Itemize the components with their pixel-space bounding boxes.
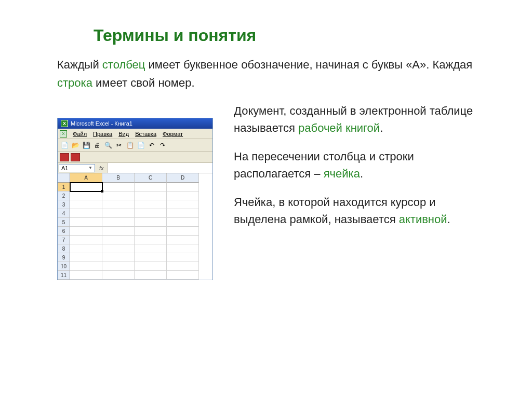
- intro-paragraph: Каждый столбец имеет буквенное обозначен…: [57, 56, 475, 92]
- cell[interactable]: [102, 262, 135, 271]
- undo-icon[interactable]: ↶: [147, 141, 156, 150]
- cell[interactable]: [102, 271, 135, 280]
- col-header-b[interactable]: B: [102, 173, 135, 183]
- cell[interactable]: [167, 218, 199, 227]
- cell[interactable]: [70, 209, 102, 218]
- intro-text-2: имеет буквенное обозначение, начиная с б…: [145, 58, 472, 71]
- cell[interactable]: [102, 191, 135, 200]
- save-icon[interactable]: 💾: [82, 141, 91, 150]
- cell[interactable]: [102, 253, 135, 262]
- cell[interactable]: [135, 218, 167, 227]
- p2-text-2: .: [360, 167, 363, 180]
- row-header-8[interactable]: 8: [58, 244, 70, 253]
- cell[interactable]: [70, 244, 102, 253]
- cell[interactable]: [167, 227, 199, 236]
- cell[interactable]: [70, 227, 102, 236]
- preview-icon[interactable]: 🔍: [103, 141, 113, 150]
- cell[interactable]: [70, 191, 102, 200]
- cell[interactable]: [102, 218, 135, 227]
- pdf-icon-2[interactable]: [71, 153, 80, 161]
- cell[interactable]: [102, 200, 135, 209]
- cell[interactable]: [135, 191, 167, 200]
- menu-format[interactable]: Формат: [160, 130, 185, 138]
- cell[interactable]: [102, 244, 135, 253]
- excel-formula-row: A1 ▼ fx: [58, 163, 212, 173]
- cell[interactable]: [70, 236, 102, 244]
- p1-text-2: .: [380, 121, 383, 134]
- cell[interactable]: [70, 271, 102, 280]
- select-all-corner[interactable]: [58, 173, 70, 183]
- menu-view[interactable]: Вид: [116, 130, 131, 138]
- cell[interactable]: [167, 244, 199, 253]
- cell[interactable]: [167, 236, 199, 244]
- new-icon[interactable]: 📄: [60, 141, 69, 150]
- row-header-4[interactable]: 4: [58, 209, 70, 218]
- col-header-d[interactable]: D: [167, 173, 199, 183]
- cell[interactable]: [135, 271, 167, 280]
- excel-toolbar2: [58, 152, 212, 163]
- cell[interactable]: [167, 253, 199, 262]
- open-icon[interactable]: 📂: [71, 141, 80, 150]
- cell[interactable]: [167, 183, 199, 191]
- menu-file[interactable]: Файл: [70, 130, 89, 138]
- redo-icon[interactable]: ↷: [158, 141, 167, 150]
- paste-icon[interactable]: 📄: [136, 141, 145, 150]
- cell[interactable]: [102, 209, 135, 218]
- cell[interactable]: [135, 183, 167, 191]
- pdf-icon[interactable]: [60, 153, 69, 161]
- row-header-11[interactable]: 11: [58, 271, 70, 280]
- dropdown-icon: ▼: [88, 166, 92, 170]
- cell[interactable]: [135, 236, 167, 244]
- p3-highlight-active: активной: [399, 213, 447, 226]
- cell[interactable]: [70, 218, 102, 227]
- row-header-9[interactable]: 9: [58, 253, 70, 262]
- cell[interactable]: [70, 262, 102, 271]
- cell[interactable]: [102, 183, 135, 191]
- cell[interactable]: [167, 262, 199, 271]
- row-header-10[interactable]: 10: [58, 262, 70, 271]
- row-header-3[interactable]: 3: [58, 200, 70, 209]
- cell[interactable]: [167, 191, 199, 200]
- cell[interactable]: [167, 209, 199, 218]
- excel-doc-icon: X: [60, 130, 67, 138]
- intro-highlight-row: строка: [57, 76, 92, 89]
- cell[interactable]: [135, 253, 167, 262]
- cut-icon[interactable]: ✂: [114, 141, 124, 150]
- p2-highlight-cell: ячейка: [324, 167, 360, 180]
- row-header-2[interactable]: 2: [58, 191, 70, 200]
- excel-toolbar: 📄 📂 💾 🖨 🔍 ✂ 📋 📄 ↶ ↷: [58, 139, 212, 152]
- row-header-5[interactable]: 5: [58, 218, 70, 227]
- cell[interactable]: [70, 253, 102, 262]
- menu-edit[interactable]: Правка: [90, 130, 115, 138]
- cell[interactable]: [135, 227, 167, 236]
- col-header-c[interactable]: C: [135, 173, 167, 183]
- col-header-a[interactable]: A: [70, 173, 102, 183]
- cell[interactable]: [167, 200, 199, 209]
- cell[interactable]: [135, 262, 167, 271]
- formula-bar[interactable]: [107, 163, 212, 173]
- intro-text-3: имеет свой номер.: [92, 76, 195, 89]
- row-header-7[interactable]: 7: [58, 236, 70, 244]
- print-icon[interactable]: 🖨: [92, 141, 102, 150]
- cell[interactable]: [135, 200, 167, 209]
- cell[interactable]: [70, 200, 102, 209]
- cell[interactable]: [167, 271, 199, 280]
- page-title: Термины и понятия: [94, 26, 475, 45]
- excel-grid: 1 2 3 4 5 6 7 8 9 10 11 A B C: [58, 173, 212, 280]
- paragraph-workbook: Документ, созданный в электронной таблиц…: [234, 102, 475, 136]
- intro-text-1: Каждый: [57, 58, 102, 71]
- excel-app-icon: X: [61, 120, 68, 127]
- cell[interactable]: [135, 244, 167, 253]
- excel-screenshot: X Microsoft Excel - Книга1 X Файл Правка…: [57, 118, 213, 280]
- fx-label[interactable]: fx: [96, 165, 107, 171]
- name-box-value: A1: [61, 165, 68, 171]
- cell-a1[interactable]: [70, 183, 102, 191]
- name-box[interactable]: A1 ▼: [59, 164, 95, 172]
- menu-insert[interactable]: Вставка: [132, 130, 159, 138]
- cell[interactable]: [102, 236, 135, 244]
- cell[interactable]: [102, 227, 135, 236]
- cell[interactable]: [135, 209, 167, 218]
- copy-icon[interactable]: 📋: [125, 141, 135, 150]
- row-header-1[interactable]: 1: [58, 183, 70, 191]
- row-header-6[interactable]: 6: [58, 227, 70, 236]
